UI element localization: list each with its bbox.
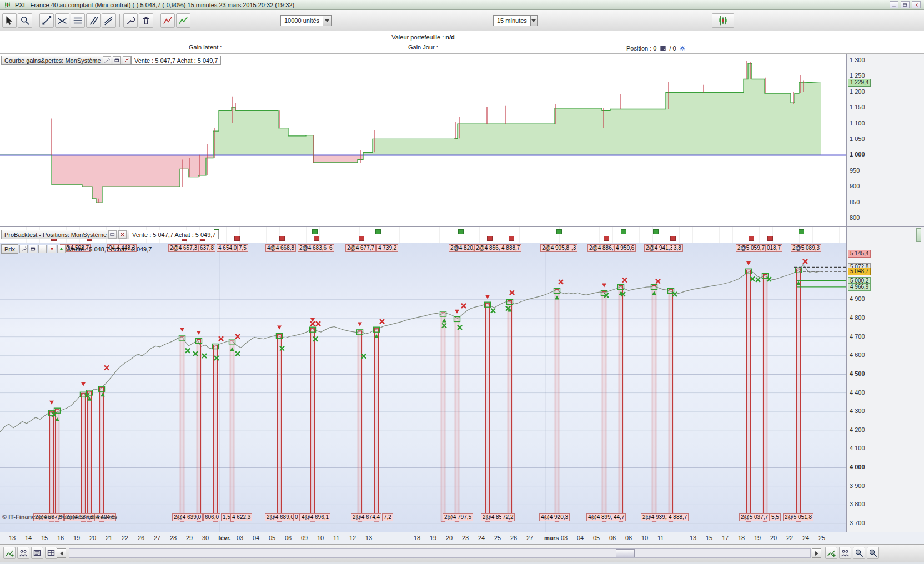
date-tick: 24 [478,535,485,541]
close-icon[interactable] [38,245,47,253]
trade-close-label: 7,2 [382,513,393,521]
fibonacci-tool[interactable] [71,13,85,28]
price-chart[interactable] [0,243,846,532]
positions-table-icon[interactable] [659,44,667,52]
positions-panel-tab[interactable]: ProBacktest - Positions: MonSystème [1,230,130,239]
toolbar-separator [36,14,36,27]
gear-icon[interactable] [679,44,687,52]
cursor-tool[interactable] [2,13,17,28]
trade-open-label: 637,8 [198,244,215,252]
timeframe-dropdown[interactable]: 15 minutes [493,15,538,26]
price-axis-label: 3 900 [850,482,865,489]
date-tick: 16 [57,535,64,541]
scroll-left-button[interactable] [57,548,66,558]
units-dropdown[interactable]: 10000 unités [280,15,332,26]
settings-tool[interactable] [123,13,138,28]
parallel-lines-tool[interactable] [86,13,101,28]
position-mark-short [234,236,240,241]
price-axis-label: 4 200 [850,426,865,433]
cross-line-tool[interactable] [55,13,69,28]
date-tick: 03 [561,535,568,541]
detach-chart-button[interactable] [839,547,851,559]
price-panel-header: Prix Vente : 5 048,7 Achat : 5 049,7 [1,244,152,254]
price-panel-title: Prix [4,246,15,253]
equity-chart[interactable] [0,54,846,227]
regression-channel-tool[interactable] [102,13,116,28]
chevron-down-icon[interactable] [323,16,331,26]
export-chart-button[interactable] [825,547,837,559]
position-mark-short [359,236,364,241]
position-mark-short [749,236,754,241]
close-icon[interactable] [118,230,127,239]
trade-open-label: 4@4 668,8 [265,244,296,252]
window-icon[interactable] [29,245,37,253]
date-tick: 04 [577,535,584,541]
date-tick: 06 [609,535,616,541]
title-bar: PXI - France 40 au comptant (Mini-contra… [0,0,924,10]
trade-open-label: 2@5 089,3 [791,244,821,252]
vertical-scrollbar[interactable] [916,228,921,242]
table-button[interactable] [45,547,57,559]
position-mark-short [604,236,609,241]
position-mark-short [670,236,676,241]
date-tick: 11 [657,535,664,541]
trade-close-label: 2@4 797,5 [443,513,473,521]
close-icon[interactable] [912,1,921,8]
price-panel-tab[interactable]: Prix [1,244,18,254]
new-chart-button[interactable] [3,547,16,559]
position-info: Position : 0 / 0 [626,44,687,52]
scroll-right-button[interactable] [812,548,821,558]
scrollbar-thumb[interactable] [616,549,635,557]
date-tick: mars [544,535,559,541]
position-mark-short [279,236,285,241]
price-axis-label: 4 300 [850,407,865,414]
price-axis-label: 4 700 [850,333,865,340]
trade-open-label: 4 654,0 [217,244,238,252]
sell-arrow-icon[interactable] [48,245,56,253]
date-tick: 22 [122,535,128,541]
equity-axis-label: 1 150 [850,104,865,110]
zoom-tool[interactable] [18,13,32,28]
equity-panel-title: Courbe gains&pertes: MonSystème [4,57,101,64]
chart-style-button[interactable] [712,13,734,28]
date-tick: 20 [770,535,777,541]
zoom-in-button[interactable] [867,547,879,559]
chevron-down-icon[interactable] [530,16,537,26]
wrench-icon[interactable] [19,245,28,253]
timeframe-dropdown-value: 15 minutes [494,17,530,24]
trade-close-label: 72,2 [501,513,515,521]
price-axis-label: 4 600 [850,351,865,358]
minimize-icon[interactable] [890,1,898,8]
positions-panel: ProBacktest - Positions: MonSystème Vent… [0,226,924,243]
sell-signal-tool[interactable] [160,13,175,28]
zoom-out-button[interactable] [853,547,865,559]
buy-arrow-icon[interactable] [57,245,66,253]
news-button[interactable] [31,547,43,559]
bottom-left-icons [3,547,57,559]
date-tick: 25 [494,535,501,541]
date-tick: 20 [446,535,453,541]
date-tick: 06 [285,535,292,541]
wrench-icon[interactable] [103,56,111,64]
close-icon[interactable] [123,56,131,64]
equity-panel-tab[interactable]: Courbe gains&pertes: MonSystème [1,56,134,65]
delete-drawings-tool[interactable] [139,13,153,28]
date-tick: 27 [154,535,160,541]
portfolio-value: Valeur portefeuille : n/d [0,34,846,41]
positions-panel-title: ProBacktest - Positions: MonSystème [4,231,107,238]
date-tick: 11 [333,535,339,541]
trade-open-label: 4 888,7 [500,244,521,252]
date-tick: 18 [738,535,745,541]
trade-close-label: 0 [293,513,300,521]
trend-line-tool[interactable] [39,13,54,28]
maximize-icon[interactable] [901,1,910,8]
window-icon[interactable] [113,56,121,64]
share-chart-button[interactable] [17,547,29,559]
date-tick: 26 [138,535,144,541]
time-scrollbar[interactable] [69,548,811,558]
positions-quote: Vente : 5 047,7 Achat : 5 049,7 [129,230,219,239]
date-tick: 03 [237,535,243,541]
buy-signal-tool[interactable] [176,13,190,28]
trade-close-label: 4@4 920,3 [539,513,570,521]
window-icon[interactable] [108,230,117,239]
